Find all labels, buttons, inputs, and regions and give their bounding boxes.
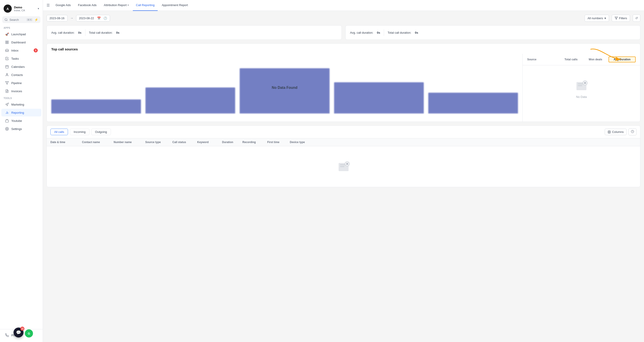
columns-label: Columns [612, 130, 624, 134]
lightning-icon: ⚡ [34, 18, 38, 22]
table-area: Source Total calls Won deals Avg Duratio… [523, 54, 640, 122]
sidebar: A Demo Irvine, CA ▾ Search ⌘ K ⚡ Apps 🚀 … [0, 0, 43, 342]
avg-label-1: Avg. call duration: [51, 31, 74, 34]
rocket-icon: 🚀 [5, 32, 9, 36]
tab-incoming[interactable]: Incoming [70, 129, 90, 135]
chevron-down-icon[interactable]: ▾ [38, 7, 39, 10]
sidebar-item-contacts[interactable]: Contacts [1, 71, 41, 79]
th-won-deals: Won deals [584, 58, 607, 61]
chart-table-layout: No Data Found Source Total calls Won dea… [47, 54, 640, 122]
sidebar-item-launchpad[interactable]: 🚀 Launchpad [1, 30, 41, 38]
tab-outgoing[interactable]: Outgoing [91, 129, 111, 135]
stat-divider [85, 29, 86, 36]
sidebar-user-header[interactable]: A Demo Irvine, CA ▾ [0, 3, 43, 15]
clock-icon: 🕐 [104, 17, 107, 20]
sidebar-item-dashboard[interactable]: Dashboard [1, 39, 41, 46]
avg-value-1: 0s [78, 31, 81, 34]
chat-bubble[interactable]: 💬 15 [14, 327, 24, 337]
all-numbers-button[interactable]: All numbers ▾ [584, 15, 609, 22]
avg-value-2: 0s [377, 31, 380, 34]
chart-bar [146, 88, 235, 114]
calls-table-header: Date & time Contact name Number name Sou… [47, 138, 640, 146]
sidebar-item-label: Marketing [11, 103, 24, 106]
date-end-value: 2023-08-22 [79, 17, 94, 20]
date-end-picker[interactable]: 2023-08-22 📅 🕐 [76, 15, 110, 22]
phone-icon [5, 333, 9, 337]
profile-avatar[interactable]: G [25, 329, 33, 337]
sidebar-item-settings[interactable]: Settings [1, 125, 41, 133]
total-label-2: Total call duration: [388, 31, 411, 34]
th-duration: Duration [222, 141, 242, 144]
sidebar-item-label: Youtube [11, 119, 22, 123]
sidebar-item-label: Contacts [11, 73, 23, 77]
sidebar-item-reporting[interactable]: Reporting [1, 109, 41, 116]
search-shortcut: ⌘ K [26, 18, 32, 21]
avatar: A [4, 5, 12, 13]
sidebar-item-label: Pipeline [11, 81, 22, 85]
tab-appointment-report[interactable]: Appointment Report [158, 0, 191, 11]
filters-button[interactable]: Filters [612, 15, 630, 22]
th-date-time: Date & time [50, 141, 82, 144]
columns-icon [608, 130, 611, 134]
refresh-button[interactable]: ↺ [633, 15, 640, 22]
megaphone-icon [5, 102, 9, 107]
tab-call-reporting[interactable]: Call Reporting [133, 0, 158, 11]
svg-rect-6 [6, 66, 8, 68]
sidebar-item-pipeline[interactable]: Pipeline [1, 79, 41, 87]
tab-all-calls[interactable]: All calls [50, 129, 68, 135]
th-device-type: Device type [290, 141, 636, 144]
chart-bars [51, 64, 518, 118]
search-icon [4, 18, 8, 21]
sidebar-item-youtube[interactable]: Youtube [1, 117, 41, 125]
chevron-down-icon: ▾ [604, 17, 606, 20]
youtube-icon [5, 119, 9, 123]
columns-button[interactable]: Columns [605, 129, 626, 135]
chart-icon [5, 111, 9, 115]
tab-facebook-ads-label: Facebook Ads [78, 4, 96, 7]
sidebar-item-label: Settings [11, 127, 22, 131]
total-label-1: Total call duration: [89, 31, 113, 34]
total-value-1: 0s [116, 31, 119, 34]
hamburger-icon[interactable]: ☰ [46, 3, 50, 8]
svg-rect-27 [608, 131, 610, 133]
date-start-value: 2023-08-16 [50, 17, 64, 20]
sidebar-item-invoices[interactable]: Invoices [1, 87, 41, 95]
th-keyword: Keyword [197, 141, 222, 144]
chat-badge: 15 [20, 327, 24, 331]
sidebar-item-tasks[interactable]: Tasks [1, 55, 41, 62]
svg-point-0 [5, 19, 7, 21]
svg-point-18 [6, 128, 8, 129]
search-bar[interactable]: Search ⌘ K ⚡ [2, 16, 40, 23]
tab-facebook-ads[interactable]: Facebook Ads [75, 0, 100, 11]
pipeline-icon [5, 81, 9, 85]
section-title: Top call sources [47, 44, 640, 54]
sidebar-item-inbox[interactable]: Inbox 0 [1, 47, 41, 54]
date-start-picker[interactable]: 2023-08-16 [46, 15, 68, 22]
sidebar-item-label: Inbox [11, 49, 18, 52]
svg-rect-23 [578, 85, 582, 86]
th-number-name: Number name [114, 141, 145, 144]
empty-state-icon [337, 160, 350, 173]
sidebar-item-label: Calendars [11, 65, 24, 69]
no-data-icon [575, 79, 588, 93]
th-source: Source [527, 58, 558, 61]
chart-bar [51, 100, 141, 114]
sidebar-item-label: Invoices [11, 90, 22, 93]
calendar-icon: 📅 [97, 17, 101, 20]
inbox-badge: 0 [34, 48, 38, 53]
th-source-type: Source type [145, 141, 172, 144]
gear-icon [5, 127, 9, 131]
svg-rect-17 [6, 120, 8, 122]
sidebar-item-marketing[interactable]: Marketing [1, 101, 41, 108]
sidebar-item-label: Dashboard [11, 41, 26, 44]
tab-attribution-report[interactable]: Attribution Report ▾ [101, 0, 132, 11]
chart-bar [428, 93, 518, 114]
apps-label: Apps [0, 25, 43, 30]
history-button[interactable] [628, 128, 636, 135]
tab-google-ads[interactable]: Google Ads [52, 0, 74, 11]
filters-label: Filters [619, 17, 627, 20]
sidebar-item-label: Launchpad [11, 33, 26, 36]
top-call-sources-card: Top call sources No Data Found Source To… [46, 43, 640, 122]
chat-icon: 💬 [16, 330, 21, 335]
sidebar-item-calendars[interactable]: Calendars [1, 63, 41, 71]
